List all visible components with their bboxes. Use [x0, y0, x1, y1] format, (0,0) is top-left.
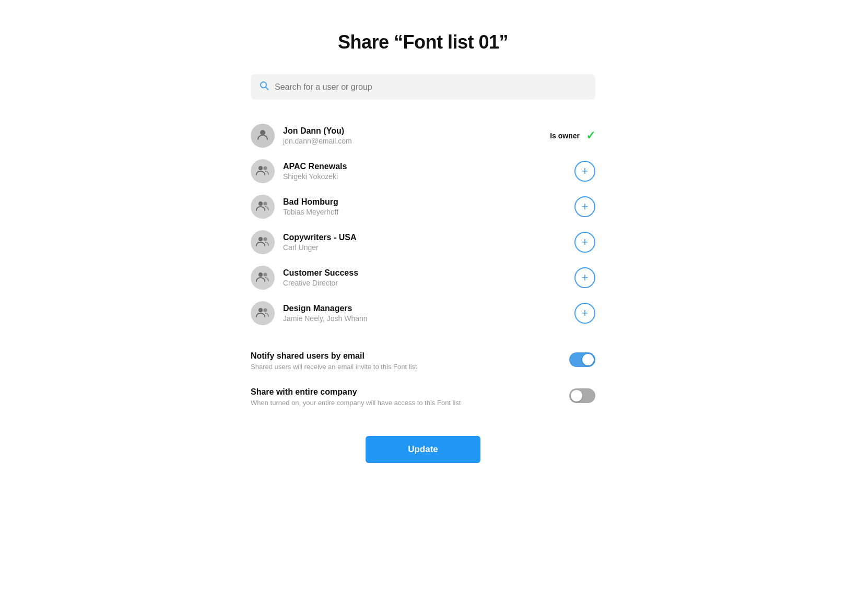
user-sub: Tobias Meyerhoff [283, 208, 574, 216]
svg-point-2 [260, 130, 265, 135]
user-info: Bad Homburg Tobias Meyerhoff [283, 197, 574, 216]
avatar [251, 159, 275, 183]
main-container: Share “Font list 01” Jon Dann (You) jon.… [251, 31, 595, 463]
user-info: Design Managers Jamie Neely, Josh Whann [283, 304, 574, 323]
avatar-icon [256, 270, 269, 286]
avatar-icon [256, 163, 269, 179]
avatar [251, 195, 275, 219]
toggle-wrap[interactable] [569, 388, 595, 403]
user-info: Copywriters - USA Carl Unger [283, 233, 574, 252]
svg-point-4 [264, 167, 267, 170]
toggle-desc: Shared users will receive an email invit… [251, 363, 561, 371]
toggle-section: Notify shared users by email Shared user… [251, 343, 595, 415]
svg-point-7 [258, 237, 263, 241]
toggle-info: Share with entire company When turned on… [251, 387, 561, 407]
svg-point-6 [264, 202, 267, 206]
list-item: Design Managers Jamie Neely, Josh Whann … [251, 296, 595, 330]
is-owner-label: Is owner [550, 132, 580, 140]
list-item: APAC Renewals Shigeki Yokozeki + [251, 154, 595, 188]
toggle-title: Share with entire company [251, 387, 561, 397]
owner-action: Is owner ✓ [550, 129, 595, 143]
update-button[interactable]: Update [366, 436, 480, 463]
search-bar [251, 74, 595, 100]
avatar-icon [256, 305, 269, 321]
user-sub: Carl Unger [283, 243, 574, 252]
user-info: Customer Success Creative Director [283, 268, 574, 287]
add-button[interactable]: + [574, 267, 595, 288]
avatar-icon [256, 199, 269, 215]
svg-line-1 [266, 87, 268, 90]
svg-point-5 [258, 202, 263, 206]
toggle-row: Share with entire company When turned on… [251, 379, 595, 415]
svg-point-9 [258, 273, 263, 277]
user-sub: jon.dann@email.com [283, 137, 550, 145]
avatar-icon [256, 234, 269, 250]
avatar [251, 124, 275, 148]
toggle-switch[interactable] [569, 388, 595, 403]
search-input[interactable] [275, 82, 587, 92]
user-name: APAC Renewals [283, 162, 574, 171]
user-sub: Jamie Neely, Josh Whann [283, 314, 574, 323]
user-list: Jon Dann (You) jon.dann@email.com Is own… [251, 119, 595, 330]
user-name: Customer Success [283, 268, 574, 278]
search-icon [259, 80, 269, 93]
user-name: Design Managers [283, 304, 574, 313]
user-info: APAC Renewals Shigeki Yokozeki [283, 162, 574, 181]
add-button[interactable]: + [574, 232, 595, 253]
list-item: Copywriters - USA Carl Unger + [251, 225, 595, 259]
avatar [251, 301, 275, 325]
toggle-row: Notify shared users by email Shared user… [251, 343, 595, 379]
avatar-icon [256, 128, 269, 144]
add-button[interactable]: + [574, 303, 595, 324]
add-button[interactable]: + [574, 161, 595, 182]
svg-point-8 [264, 238, 267, 241]
page-title: Share “Font list 01” [251, 31, 595, 53]
svg-point-11 [258, 308, 263, 312]
toggle-wrap[interactable] [569, 352, 595, 367]
list-item: Bad Homburg Tobias Meyerhoff + [251, 189, 595, 224]
toggle-desc: When turned on, your entire company will… [251, 399, 561, 407]
user-sub: Shigeki Yokozeki [283, 172, 574, 181]
list-item: Jon Dann (You) jon.dann@email.com Is own… [251, 119, 595, 153]
user-name: Bad Homburg [283, 197, 574, 207]
user-info: Jon Dann (You) jon.dann@email.com [283, 126, 550, 145]
toggle-info: Notify shared users by email Shared user… [251, 351, 561, 371]
user-name: Jon Dann (You) [283, 126, 550, 136]
toggle-switch[interactable] [569, 352, 595, 367]
add-button[interactable]: + [574, 196, 595, 217]
avatar [251, 266, 275, 290]
toggle-title: Notify shared users by email [251, 351, 561, 361]
svg-point-12 [264, 309, 267, 312]
user-sub: Creative Director [283, 279, 574, 287]
avatar [251, 230, 275, 254]
svg-point-3 [258, 166, 263, 170]
user-name: Copywriters - USA [283, 233, 574, 242]
check-icon: ✓ [586, 129, 595, 143]
list-item: Customer Success Creative Director + [251, 260, 595, 295]
svg-point-10 [264, 273, 267, 277]
